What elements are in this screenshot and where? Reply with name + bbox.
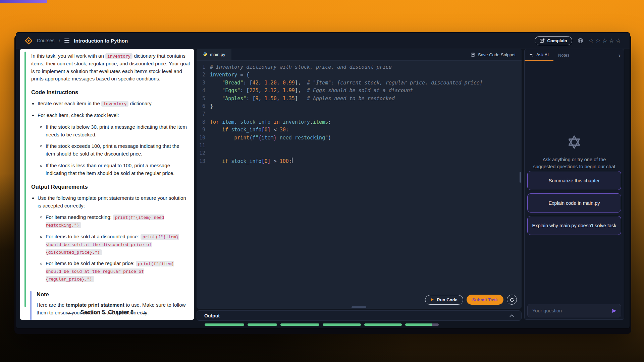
ai-question-input[interactable] [532,308,611,314]
panel-resize-handle[interactable] [352,306,366,308]
progress-segment [248,323,277,326]
save-snippet-icon [471,52,475,57]
language-globe-icon[interactable] [578,38,583,44]
output-requirements-heading: Output Requirements [31,183,190,191]
ai-suggestions: Summarize this chapterExplain code in ma… [527,171,621,235]
progress-segment [405,323,439,326]
ai-empty-state: Ask anything or try one of the suggested… [525,134,624,170]
ai-suggestion-button[interactable]: Explain code in main.py [527,193,621,213]
sparkle-icon [529,53,534,57]
collapse-output-icon[interactable] [509,314,514,317]
code-line: 6} [197,103,522,110]
list-item: For each item, check the stock level: If… [38,112,190,177]
reset-code-button[interactable] [507,295,517,305]
chapter-navigation: ← Section 5. Chapter 8 → [20,309,194,316]
play-icon [431,298,434,301]
app-window: Courses / Introduction to Python Complai… [16,32,630,328]
code-instructions-heading: Code Instructions [31,88,190,97]
star-icon[interactable]: ☆ [609,38,614,44]
next-chapter-button[interactable]: → [141,309,148,316]
tab-notes[interactable]: Notes [553,49,574,61]
openai-logo-icon [566,134,582,150]
code-instructions-list: Iterate over each item in the inventory … [31,100,190,177]
tab-main-py[interactable]: main.py [197,49,231,60]
ai-suggestion-button[interactable]: Explain why main.py doesn't solve task [527,216,621,235]
star-icon[interactable]: ☆ [589,38,594,44]
code-area[interactable]: 1# Inventory dictionary with stock, pric… [197,60,522,309]
breadcrumb-separator: / [59,38,60,44]
list-item: Use the following template print stateme… [38,194,190,283]
complain-icon [540,38,545,43]
code-line: 13 if stock_info[0] > 100: [197,158,522,165]
code-line: 1# Inventory dictionary with stock, pric… [197,63,522,71]
task-description-panel: In this task, you will work with an inve… [20,49,194,320]
editor-scrollbar[interactable] [520,172,521,183]
list-item: Iterate over each item in the inventory … [38,100,190,108]
list-item: For items needing restocking: print(f"{i… [46,214,190,229]
code-line: 8for item, stock_info in inventory.items… [197,118,522,126]
top-navbar: Courses / Introduction to Python Complai… [16,33,630,49]
brand-logo-icon[interactable] [25,37,33,45]
output-requirements-list: Use the following template print stateme… [31,194,190,283]
code-line: 3 "Bread": [42, 1.20, 0.99], # "Item": [… [197,79,522,87]
python-file-icon [203,52,207,57]
code-line: 4 "Eggs": [225, 2.12, 1.99], # Eggs shou… [197,87,522,95]
output-panel[interactable]: Output [197,310,522,321]
progress-segment [364,323,402,326]
tab-label: main.py [210,52,225,57]
star-icon[interactable]: ☆ [602,38,607,44]
inline-code-chip: inventory [105,53,132,59]
chapter-rating: ☆☆☆☆☆ [589,38,621,44]
list-item: For items to be sold at the regular pric… [46,260,190,283]
list-item: If the stock is less than or equal to 10… [46,162,190,177]
code-line: 9 if stock_info[0] < 30: [197,126,522,134]
submit-task-button[interactable]: Submit Task [467,295,503,305]
ai-assistant-panel: Ask AI Notes › Ask anything or try one o… [524,49,624,320]
inline-code-chip: inventory [101,101,128,107]
chapter-label: Section 5. Chapter 8 [80,309,134,315]
course-menu-icon[interactable] [64,39,69,43]
complain-label: Complain [547,38,567,43]
send-question-icon[interactable] [611,308,617,313]
ai-panel-tabs: Ask AI Notes › [525,49,624,61]
refresh-icon [509,297,515,302]
ai-empty-text: Ask anything or try one of the suggested… [532,156,616,170]
editor-tabbar: main.py Save Code Snippet [197,49,522,61]
code-line: 12 [197,149,522,157]
code-editor-panel: main.py Save Code Snippet 1# Inventory d… [197,49,522,309]
list-item: For items to be sold at a discounted pri… [46,233,190,256]
star-icon[interactable]: ☆ [616,38,621,44]
top-purple-accent [0,0,47,3]
progress-segment [280,323,319,326]
progress-segment [205,323,244,326]
collapse-panel-icon[interactable]: › [619,52,624,59]
code-line: 7 [197,110,522,118]
save-code-snippet-button[interactable]: Save Code Snippet [471,52,522,57]
tab-ask-ai-label: Ask AI [536,52,549,57]
list-item: If the stock is below 30, print a messag… [46,123,190,139]
task-intro: In this task, you will work with an inve… [31,52,190,83]
code-line: 5 "Apples": [9, 1.50, 1.35] # Apples nee… [197,95,522,103]
list-item: If the stock exceeds 100, print a messag… [46,142,190,158]
progress-segment [323,323,361,326]
run-code-button[interactable]: Run Code [425,295,463,305]
output-label: Output [204,313,220,318]
ai-suggestion-button[interactable]: Summarize this chapter [527,171,621,190]
task-scroll-indicator[interactable] [24,52,26,307]
run-code-label: Run Code [437,297,457,302]
course-title: Introduction to Python [74,38,128,44]
tab-notes-label: Notes [558,53,570,58]
chapter-progress-bar [205,323,439,326]
note-heading: Note [37,290,190,299]
ai-question-inputwrap [527,304,621,317]
save-snippet-label: Save Code Snippet [478,52,516,57]
code-line: 2inventory = { [197,71,522,79]
prev-chapter-button[interactable]: ← [66,309,73,316]
code-line: 11 [197,142,522,149]
tab-ask-ai[interactable]: Ask AI [525,49,553,61]
breadcrumb-courses[interactable]: Courses [37,38,54,43]
star-icon[interactable]: ☆ [595,38,600,44]
complain-button[interactable]: Complain [535,36,572,45]
code-line: 10 print(f"{item} need restocking") [197,134,522,142]
